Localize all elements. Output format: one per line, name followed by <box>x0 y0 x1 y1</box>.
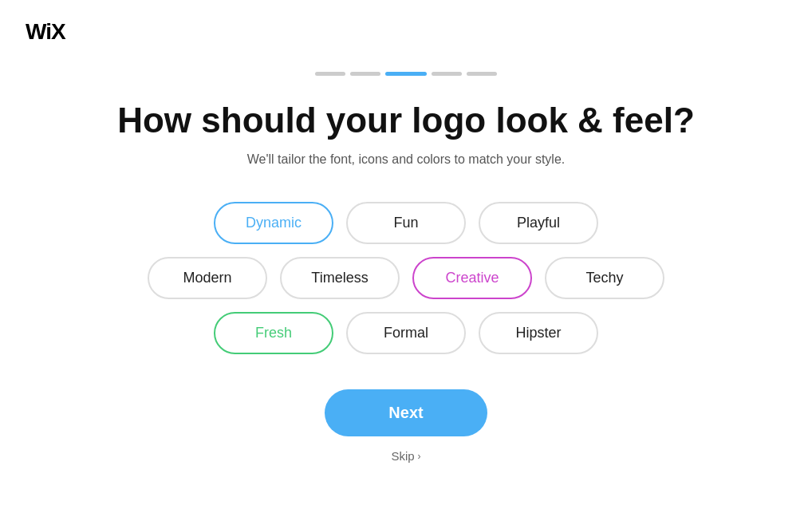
page-title: How should your logo look & feel? <box>117 101 695 140</box>
progress-segment-5 <box>467 72 497 76</box>
option-timeless[interactable]: Timeless <box>280 257 400 299</box>
options-row-2: Modern Timeless Creative Techy <box>148 257 664 299</box>
wix-logo: WiX <box>26 19 65 45</box>
option-creative[interactable]: Creative <box>412 257 532 299</box>
options-row-1: Dynamic Fun Playful <box>214 202 598 244</box>
chevron-right-icon: › <box>418 451 421 462</box>
option-hipster[interactable]: Hipster <box>479 312 598 354</box>
skip-link[interactable]: Skip › <box>391 449 420 463</box>
progress-bar <box>315 72 497 76</box>
main-content: How should your logo look & feel? We'll … <box>0 64 812 463</box>
options-row-3: Fresh Formal Hipster <box>214 312 598 354</box>
progress-segment-3 <box>385 72 427 76</box>
bottom-actions: Next Skip › <box>325 389 487 463</box>
option-playful[interactable]: Playful <box>479 202 598 244</box>
option-dynamic[interactable]: Dynamic <box>214 202 333 244</box>
options-container: Dynamic Fun Playful Modern Timeless Crea… <box>148 202 664 354</box>
progress-segment-1 <box>315 72 345 76</box>
option-techy[interactable]: Techy <box>545 257 664 299</box>
page-subtitle: We'll tailor the font, icons and colors … <box>247 152 566 167</box>
progress-segment-4 <box>432 72 462 76</box>
next-button[interactable]: Next <box>325 389 487 436</box>
option-fun[interactable]: Fun <box>346 202 466 244</box>
logo-area: WiX <box>0 0 91 64</box>
skip-label: Skip <box>391 449 414 463</box>
progress-segment-2 <box>350 72 380 76</box>
option-modern[interactable]: Modern <box>148 257 267 299</box>
option-formal[interactable]: Formal <box>346 312 466 354</box>
option-fresh[interactable]: Fresh <box>214 312 333 354</box>
